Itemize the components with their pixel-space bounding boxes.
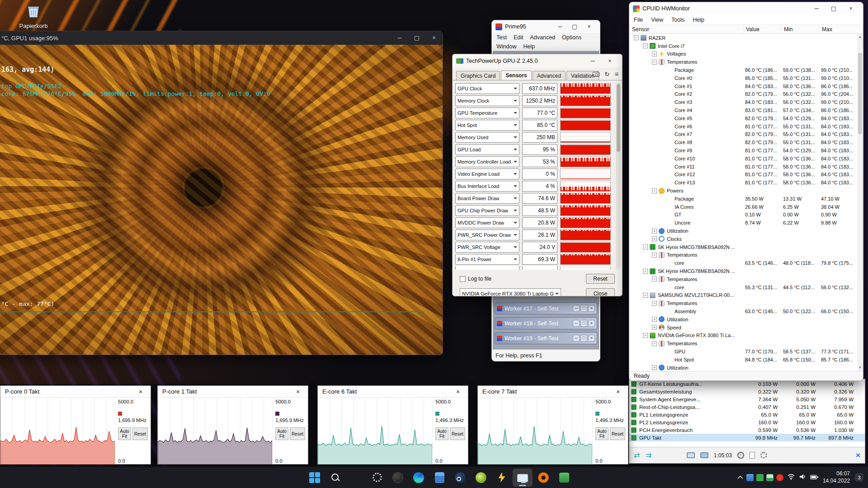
sensor-row[interactable]: Core #882.0 °C (179...55.0 °C (131...84.… — [629, 138, 857, 146]
scrollbar-thumb[interactable] — [617, 84, 620, 152]
reset-button[interactable]: Reset — [610, 427, 625, 440]
sensor-row[interactable]: PL2 Leistungsgrenze160.0 W160.0 W160.0 W… — [629, 418, 865, 426]
column-max[interactable]: Max — [819, 25, 863, 33]
sensor-row[interactable]: Core #681.0 °C (177...55.0 °C (131...84.… — [629, 122, 857, 131]
close-icon[interactable]: × — [588, 335, 595, 342]
reset-button[interactable]: Reset — [450, 427, 465, 440]
maximize-icon[interactable]: ▢ — [408, 31, 425, 45]
taskbar-calculator-button[interactable] — [429, 469, 449, 487]
close-icon[interactable]: × — [292, 388, 303, 395]
sensor-row[interactable]: GT0.10 W0.00 W0.90 W — [629, 211, 857, 219]
sensor-row[interactable]: GPU77.0 °C (170...58.5 °C (137...77.3 °C… — [629, 347, 857, 356]
sensor-row[interactable]: +Utilization — [629, 315, 857, 324]
maximize-icon[interactable]: □ — [580, 305, 587, 312]
scroll-down-icon[interactable]: ▼ — [859, 365, 862, 371]
collapse-icon[interactable]: − — [652, 301, 657, 306]
menu-item-help[interactable]: Help — [693, 17, 704, 23]
tray-app-record-icon[interactable] — [776, 474, 783, 481]
display-icon[interactable] — [700, 452, 708, 458]
minimize-icon[interactable]: ─ — [573, 305, 580, 312]
minimize-icon[interactable]: ─ — [808, 2, 825, 15]
sensor-select[interactable]: Memory Clock — [455, 95, 519, 106]
collapse-icon[interactable]: − — [652, 277, 657, 282]
minimize-icon[interactable]: ─ — [573, 335, 580, 342]
sensor-row[interactable]: −Intel Core i7 — [629, 42, 857, 50]
minimize-icon[interactable]: ─ — [573, 320, 580, 327]
minimize-icon[interactable]: ─ — [553, 20, 567, 33]
taskbar-file-explorer-button[interactable] — [346, 469, 366, 487]
close-icon[interactable]: × — [588, 305, 595, 312]
menu-item-view[interactable]: View — [651, 17, 663, 23]
sensor-row[interactable]: −Temperatures — [629, 58, 857, 66]
graph-window-titlebar[interactable]: P-core 0 Takt× — [0, 386, 151, 398]
taskbar-lightning-app-button[interactable] — [492, 469, 512, 487]
wifi-icon[interactable] — [788, 474, 795, 482]
gpuz-titlebar[interactable]: TechPowerUp GPU-Z 2.45.0 ─ × — [453, 54, 622, 68]
sensor-row[interactable]: −SK Hynix HMCG78MEBSA092N ... — [629, 243, 857, 251]
sensor-row[interactable]: +Clocks — [629, 235, 857, 243]
graph-window-titlebar[interactable]: E-core 7 Takt× — [478, 386, 628, 398]
sensor-select[interactable]: Video Engine Load — [455, 169, 519, 179]
taskbar-furmark-button[interactable] — [533, 469, 553, 487]
tab-sensors[interactable]: Sensors — [501, 70, 531, 80]
close-icon[interactable]: × — [425, 31, 443, 45]
sensor-row[interactable]: PCH Energieverbrauch0.599 W0.536 W1.030 … — [629, 426, 865, 434]
sensor-row[interactable]: Core #782.0 °C (179...55.0 °C (131...84.… — [629, 131, 857, 139]
close-icon[interactable]: × — [453, 388, 463, 395]
collapse-icon[interactable]: − — [652, 60, 657, 65]
worker-titlebar[interactable]: Worker #18 - Self-Test─□× — [495, 317, 597, 329]
reset-button[interactable]: Reset — [586, 274, 615, 284]
collapse-icon[interactable]: − — [643, 269, 648, 274]
tray-app-blue-icon[interactable] — [746, 474, 754, 481]
hwmonitor-titlebar[interactable]: CPUID HWMonitor ─ ▢ × — [629, 2, 863, 15]
expand-icon[interactable]: + — [652, 365, 657, 370]
collapse-icon[interactable]: − — [643, 244, 648, 249]
sensor-row[interactable]: −SAMSUNG MZVL21T0HCLR-00... — [629, 291, 857, 300]
swap-columns-icon[interactable]: ⇄ — [634, 452, 640, 459]
gpu-device-select[interactable]: NVIDIA GeForce RTX 3080 Ti Laptop G — [460, 288, 561, 296]
collapse-icon[interactable]: − — [652, 253, 657, 258]
sensor-row[interactable]: Core #981.0 °C (177...54.0 °C (129...84.… — [629, 146, 857, 155]
screenshot-icon[interactable] — [593, 72, 599, 77]
auto-fit-button[interactable]: Auto Fit — [595, 427, 609, 440]
minimize-icon[interactable]: ─ — [391, 31, 408, 45]
reset-button[interactable]: Reset — [132, 427, 148, 440]
close-icon[interactable]: × — [613, 388, 623, 395]
collapse-icon[interactable]: − — [652, 341, 657, 346]
sensor-select[interactable]: PWR_SRC Power Draw — [455, 230, 519, 240]
close-icon[interactable]: × — [582, 20, 596, 33]
sensor-row[interactable]: Core #582.0 °C (179...54.0 °C (129...84.… — [629, 114, 857, 122]
notification-count-badge[interactable]: 3 — [855, 473, 863, 482]
sensor-row[interactable]: Core #282.0 °C (179...56.0 °C (132...96.… — [629, 90, 857, 99]
tray-app-screen-icon[interactable] — [766, 474, 774, 481]
sensor-row[interactable]: +Speed — [629, 324, 857, 332]
sensor-row[interactable]: −Temperatures — [629, 339, 857, 347]
menu-item-edit[interactable]: Edit — [514, 34, 524, 41]
maximize-icon[interactable]: □ — [580, 335, 587, 342]
log-to-file-checkbox[interactable] — [460, 276, 466, 282]
taskbar-xbox-button[interactable] — [388, 469, 408, 487]
sensor-row[interactable]: Hot Spot84.8 °C (184...65.8 °C (150...85… — [629, 356, 857, 364]
sensor-select[interactable]: GPU Load — [455, 144, 519, 155]
sensor-row[interactable]: −SK Hynix HMCG78MEBSA092N ... — [629, 267, 857, 275]
battery-icon[interactable] — [810, 474, 819, 482]
menu-item-file[interactable]: File — [634, 17, 643, 23]
expand-icon[interactable]: + — [652, 52, 657, 56]
menu-item-help[interactable]: Help — [523, 43, 535, 50]
collapse-icon[interactable]: − — [634, 35, 639, 40]
tab-graphics-card[interactable]: Graphics Card — [456, 71, 500, 80]
sensor-select[interactable]: GPU Chip Power Draw — [455, 205, 519, 216]
maximize-icon[interactable]: ▢ — [825, 2, 842, 15]
sensor-select[interactable]: 8-Pin #1 Power — [455, 254, 519, 265]
worker-titlebar[interactable]: Worker #19 - Self-Test─□× — [495, 332, 597, 344]
taskbar-steam-button[interactable] — [450, 469, 470, 487]
menu-item-tools[interactable]: Tools — [671, 17, 684, 23]
collapse-icon[interactable]: − — [652, 188, 657, 193]
sensor-row[interactable]: Core #483.0 °C (181...57.0 °C (134...86.… — [629, 106, 857, 114]
sensor-row[interactable]: IA Cores26.66 W6.25 W38.04 W — [629, 203, 857, 211]
furmark-titlebar[interactable]: °C, GPU1 usage:95% ─ ▢ × — [0, 31, 443, 45]
taskbar-settings-button[interactable] — [367, 469, 387, 487]
hwmonitor-column-header[interactable]: Sensor Value Min Max — [629, 25, 863, 34]
sensor-row[interactable]: Core #184.0 °C (183...58.0 °C (136...86.… — [629, 82, 857, 90]
sensor-row[interactable]: Rest-of-Chip-Leistungsa...0.407 W0.251 W… — [629, 403, 865, 411]
